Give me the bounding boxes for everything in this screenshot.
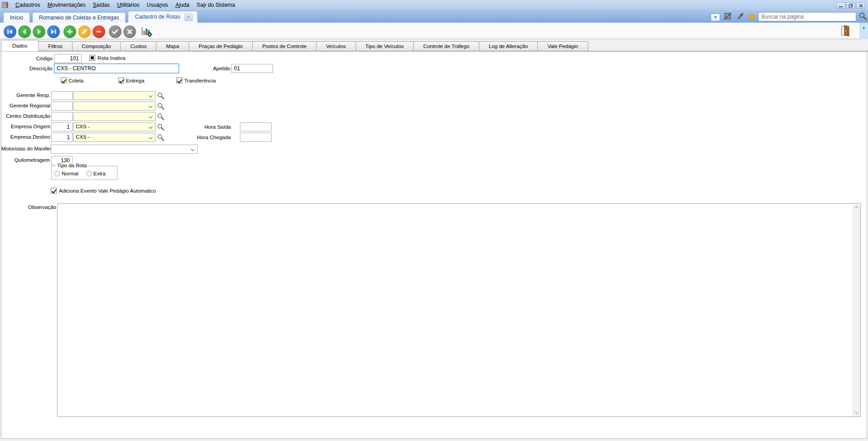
application-window: Cadastros Movimentações Saídas Utilitári… — [0, 0, 868, 441]
confirm-button[interactable] — [109, 25, 122, 38]
next-record-button[interactable] — [33, 25, 45, 38]
centro-distribuicao-label: Centro Distribuição — [1, 113, 50, 119]
minimize-button[interactable] — [836, 2, 845, 9]
centro-distribuicao-combo[interactable] — [73, 112, 156, 121]
transferencia-label: Transferência — [184, 78, 216, 83]
tab-dados[interactable]: Dados — [1, 40, 39, 51]
gerente-resp-combo[interactable] — [73, 91, 156, 100]
tab-veiculos[interactable]: Veículos — [316, 41, 356, 51]
tab-composicao[interactable]: Composição — [72, 41, 121, 51]
chevron-down-icon — [149, 104, 152, 108]
tab-filtros[interactable]: Filtros — [38, 41, 72, 51]
tab-mapa[interactable]: Mapa — [156, 41, 189, 51]
extra-radio[interactable] — [86, 171, 92, 176]
observacao-textarea[interactable] — [58, 204, 853, 417]
tab-close-button[interactable]: ✕ — [185, 14, 193, 21]
hora-chegada-label: Hora Chegada — [191, 135, 231, 140]
tab-log-de-alteracao[interactable]: Log de Alteração — [479, 41, 538, 51]
previous-record-button[interactable] — [18, 25, 31, 38]
observacao-field — [57, 203, 861, 417]
menu-utilitarios[interactable]: Utilitários — [113, 0, 143, 10]
doc-tab-inicio[interactable]: Início — [3, 12, 30, 23]
tab-tipo-de-veiculos[interactable]: Tipo de Veículos — [356, 41, 414, 51]
check-icon — [111, 28, 119, 36]
centro-distribuicao-code-input[interactable] — [51, 112, 73, 121]
empresa-destino-combo[interactable]: CXS - — [73, 133, 156, 142]
empresa-origem-lookup-icon[interactable] — [157, 123, 165, 131]
next-record-icon — [35, 28, 43, 36]
rota-inativa-checkbox[interactable] — [89, 55, 95, 61]
menu-movimentacoes[interactable]: Movimentações — [44, 0, 89, 10]
chevron-down-icon — [149, 115, 152, 118]
menu-usuarios[interactable]: Usuários — [143, 0, 171, 10]
first-record-button[interactable] — [4, 25, 16, 38]
scroll-down-icon[interactable] — [855, 410, 858, 414]
doc-tab-cadastro-de-rotas[interactable]: Cadastro de Rotas ✕ — [128, 11, 197, 23]
normal-radio[interactable] — [54, 171, 60, 176]
page-tab-strip: Dados Filtros Composição Custos Mapa Pra… — [0, 39, 868, 51]
toolbar-overflow-button[interactable]: ▾ — [859, 23, 868, 39]
cancel-button[interactable] — [123, 25, 136, 38]
chevron-down-icon — [149, 136, 152, 139]
codigo-label: Código — [1, 56, 53, 61]
gerente-resp-label: Gerente Resp. — [1, 92, 50, 98]
tab-controle-de-trafego[interactable]: Controle de Tráfego — [413, 41, 479, 51]
document-tabs: Início Romaneio de Coletas e Entregas Ca… — [3, 11, 198, 23]
minus-icon — [95, 28, 103, 36]
extra-label: Extra — [93, 171, 106, 176]
centro-distribuicao-lookup-icon[interactable] — [157, 113, 165, 121]
gerente-regional-code-input[interactable] — [51, 102, 73, 111]
restore-icon — [848, 4, 853, 8]
favorite-star-icon[interactable] — [747, 12, 756, 20]
gerente-resp-code-input[interactable] — [51, 91, 73, 100]
collapse-chevron-button[interactable]: ▼ — [711, 14, 720, 21]
menu-cadastros[interactable]: Cadastros — [12, 0, 44, 10]
coleta-checkbox[interactable] — [61, 78, 67, 83]
restore-button[interactable] — [846, 2, 855, 9]
delete-record-button[interactable] — [93, 25, 105, 38]
transferencia-checkbox[interactable] — [176, 78, 182, 83]
unpin-icon[interactable] — [736, 12, 744, 20]
tab-postos-de-controle[interactable]: Postos de Controle — [252, 41, 317, 51]
empresa-origem-combo[interactable]: CXS - — [73, 122, 156, 131]
menu-ajuda[interactable]: Ajuda — [172, 0, 193, 10]
empresa-destino-lookup-icon[interactable] — [157, 134, 165, 141]
search-icon[interactable] — [858, 12, 867, 20]
exit-door-button[interactable] — [839, 25, 850, 37]
vale-pedagio-auto-checkbox[interactable] — [51, 188, 57, 194]
empresa-origem-code-input[interactable] — [51, 122, 73, 131]
add-record-button[interactable] — [63, 25, 76, 38]
tab-pracas-de-pedagio[interactable]: Praças de Pedágio — [189, 41, 253, 51]
entrega-checkbox[interactable] — [118, 78, 124, 83]
app-icon — [2, 1, 9, 9]
vertical-scrollbar[interactable] — [853, 204, 860, 417]
gerente-resp-lookup-icon[interactable] — [157, 92, 165, 100]
hora-chegada-input[interactable] — [240, 133, 272, 142]
tab-vale-pedagio[interactable]: Vale Pedágio — [537, 41, 588, 51]
menu-sair-do-sistema[interactable]: Sair do Sistema — [193, 0, 239, 10]
no-highlight-icon[interactable] — [724, 12, 732, 20]
menu-saidas[interactable]: Saídas — [89, 0, 113, 10]
apelido-input[interactable] — [231, 64, 273, 73]
gerente-regional-combo[interactable] — [73, 102, 156, 111]
close-button[interactable] — [856, 2, 865, 9]
motoristas-label: Motoristas do Manifesto — [1, 146, 50, 151]
doc-tab-romaneio[interactable]: Romaneio de Coletas e Entregas — [32, 12, 126, 23]
codigo-input[interactable] — [54, 54, 82, 63]
empresa-destino-code-input[interactable] — [51, 133, 73, 142]
motoristas-combo[interactable] — [51, 145, 198, 154]
gerente-regional-label: Gerente Regional — [1, 103, 50, 108]
edit-record-button[interactable] — [78, 25, 91, 38]
hora-saida-input[interactable] — [240, 122, 272, 131]
report-chart-button[interactable] — [141, 25, 152, 37]
tipo-da-rota-legend: Tipo da Rota — [55, 163, 88, 168]
scroll-up-icon[interactable] — [855, 206, 858, 210]
search-input[interactable] — [758, 12, 856, 21]
normal-label: Normal — [62, 171, 78, 176]
gear-icon — [147, 32, 152, 37]
minimize-icon — [839, 4, 843, 8]
last-record-button[interactable] — [47, 25, 60, 38]
gerente-regional-lookup-icon[interactable] — [157, 102, 165, 110]
descricao-input[interactable] — [54, 63, 179, 73]
tab-custos[interactable]: Custos — [120, 41, 156, 51]
